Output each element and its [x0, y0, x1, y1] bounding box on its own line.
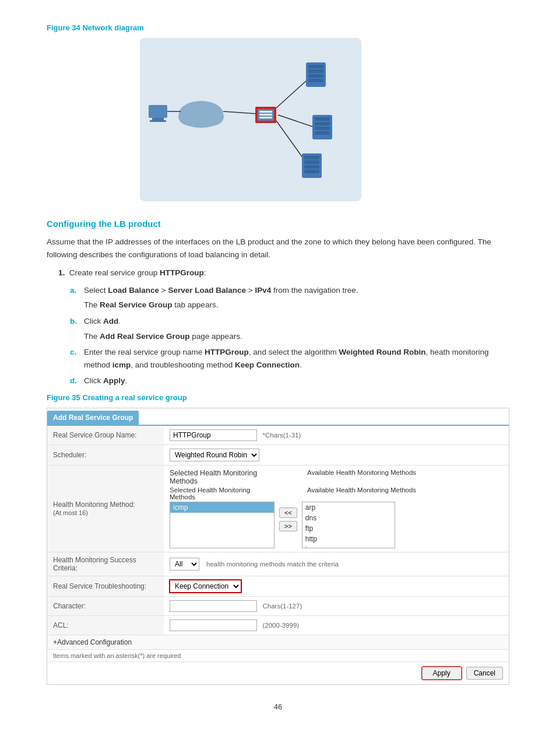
svg-rect-0 — [149, 105, 167, 118]
selected-methods-list[interactable]: icmp — [170, 502, 275, 548]
health-monitoring-label: Health Monitoring Method: (At most 16) — [47, 465, 164, 552]
step1c-letter: c. — [70, 346, 80, 371]
character-input[interactable] — [170, 600, 257, 612]
success-criteria-hint: health monitoring methods match the crit… — [206, 561, 339, 568]
selected-methods-col-header: Selected Health Monitoring Methods — [170, 487, 275, 501]
form-table: Real Service Group Name: *Chars(1-31) Sc… — [47, 426, 509, 635]
svg-rect-21 — [308, 79, 323, 82]
svg-rect-1 — [152, 118, 164, 120]
troubleshooting-select[interactable]: Keep Connection None — [170, 580, 241, 593]
group-name-label: Real Service Group Name: — [47, 426, 164, 445]
group-name-input[interactable] — [170, 429, 257, 441]
svg-rect-25 — [315, 127, 330, 130]
step1a: a. Select Load Balance > Server Load Bal… — [70, 284, 509, 312]
troubleshooting-label: Real Service Troubleshooting: — [47, 576, 164, 596]
step1a-text: Select Load Balance > Server Load Balanc… — [84, 284, 358, 312]
acl-value-cell: (2000-3999) — [164, 615, 509, 635]
required-note: Items marked with an asterisk(*) are req… — [47, 649, 509, 662]
step1: 1. Create real service group HTTPGroup: … — [58, 267, 509, 387]
transfer-left-button[interactable]: << — [279, 508, 297, 518]
figure34-title: Figure 34 Network diagram — [47, 23, 509, 32]
health-monitoring-lists: icmp << >> arp dns ftp http — [170, 502, 503, 548]
svg-rect-23 — [315, 117, 330, 121]
step1b-letter: b. — [70, 315, 80, 342]
step1d-text: Click Apply. — [84, 374, 127, 387]
network-diagram — [140, 38, 361, 201]
add-real-service-group-form: Add Real Service Group Real Service Grou… — [47, 408, 509, 685]
health-monitoring-headers: Selected Health Monitoring Methods Avail… — [170, 469, 503, 485]
figure35-title: Figure 35 Creating a real service group — [47, 393, 509, 402]
transfer-buttons: << >> — [279, 502, 297, 531]
step1-group-name: HTTPGroup — [160, 268, 204, 277]
svg-rect-26 — [315, 131, 330, 135]
svg-point-6 — [182, 111, 220, 128]
success-criteria-row: Health Monitoring Success Criteria: All … — [47, 552, 509, 576]
character-hint: Chars(1-127) — [262, 603, 302, 610]
form-header-button[interactable]: Add Real Service Group — [47, 411, 139, 425]
cancel-button[interactable]: Cancel — [466, 667, 503, 680]
scheduler-label: Scheduler: — [47, 444, 164, 465]
step1-item: 1. Create real service group HTTPGroup: — [58, 267, 509, 279]
scheduler-value-cell: Weighted Round Robin Round Robin Least C… — [164, 444, 509, 465]
scheduler-select[interactable]: Weighted Round Robin Round Robin Least C… — [170, 449, 259, 461]
form-buttons: Apply Cancel — [47, 662, 509, 684]
svg-rect-24 — [315, 122, 330, 125]
health-monitoring-value-cell: Selected Health Monitoring Methods Avail… — [164, 465, 509, 552]
svg-rect-30 — [304, 165, 319, 169]
svg-rect-11 — [259, 111, 272, 113]
step1c: c. Enter the real service group name HTT… — [70, 346, 509, 371]
svg-rect-19 — [308, 69, 323, 73]
svg-rect-18 — [308, 65, 323, 68]
advanced-config[interactable]: +Advanced Configuration — [47, 635, 509, 649]
step1b: b. Click Add. The Add Real Service Group… — [70, 315, 509, 342]
available-method-ftp[interactable]: ftp — [302, 523, 395, 534]
success-criteria-label: Health Monitoring Success Criteria: — [47, 552, 164, 576]
troubleshooting-row: Real Service Troubleshooting: Keep Conne… — [47, 576, 509, 596]
step1a-letter: a. — [70, 284, 80, 312]
selected-method-icmp[interactable]: icmp — [170, 502, 274, 513]
group-name-hint: *Chars(1-31) — [262, 432, 301, 439]
group-name-value-cell: *Chars(1-31) — [164, 426, 509, 445]
success-criteria-select[interactable]: All Any — [170, 558, 199, 570]
transfer-right-button[interactable]: >> — [279, 521, 297, 531]
available-method-dns[interactable]: dns — [302, 513, 395, 523]
svg-rect-31 — [304, 170, 319, 173]
svg-rect-29 — [304, 160, 319, 164]
acl-input[interactable] — [170, 620, 257, 631]
troubleshooting-value-cell: Keep Connection None — [164, 576, 509, 596]
acl-label: ACL: — [47, 615, 164, 635]
apply-button[interactable]: Apply — [422, 667, 462, 680]
available-methods-list[interactable]: arp dns ftp http imap pop3 — [302, 502, 395, 548]
advanced-config-label: +Advanced Configuration — [53, 638, 132, 646]
group-name-row: Real Service Group Name: *Chars(1-31) — [47, 426, 509, 445]
available-methods-col: arp dns ftp http imap pop3 — [302, 502, 395, 548]
health-monitoring-row: Health Monitoring Method: (At most 16) S… — [47, 465, 509, 552]
acl-hint: (2000-3999) — [262, 622, 299, 629]
svg-line-15 — [278, 115, 318, 128]
available-method-imap[interactable]: imap — [302, 544, 395, 548]
svg-rect-13 — [259, 117, 272, 118]
step1d: d. Click Apply. — [70, 374, 509, 387]
available-methods-header: Available Health Monitoring Methods — [307, 469, 416, 485]
step1-substeps: a. Select Load Balance > Server Load Bal… — [70, 284, 509, 387]
step1-label: 1. Create real service group HTTPGroup: — [58, 268, 206, 277]
selected-methods-header: Selected Health Monitoring Methods — [170, 469, 275, 485]
step1b-text: Click Add. The Add Real Service Group pa… — [84, 315, 242, 342]
available-methods-col-header: Available Health Monitoring Methods — [307, 487, 416, 501]
available-method-http[interactable]: http — [302, 534, 395, 544]
svg-rect-12 — [259, 114, 272, 116]
svg-rect-2 — [150, 120, 166, 122]
available-method-arp[interactable]: arp — [302, 502, 395, 513]
scheduler-row: Scheduler: Weighted Round Robin Round Ro… — [47, 444, 509, 465]
svg-line-8 — [223, 111, 256, 114]
section-title: Configuring the LB product — [47, 219, 509, 229]
svg-rect-20 — [308, 74, 323, 78]
body-text: Assume that the IP addresses of the inte… — [47, 236, 509, 261]
character-value-cell: Chars(1-127) — [164, 596, 509, 615]
step1c-text: Enter the real service group name HTTPGr… — [84, 346, 509, 371]
character-row: Character: Chars(1-127) — [47, 596, 509, 615]
character-label: Character: — [47, 596, 164, 615]
svg-rect-28 — [304, 156, 319, 159]
acl-row: ACL: (2000-3999) — [47, 615, 509, 635]
success-criteria-value-cell: All Any health monitoring methods match … — [164, 552, 509, 576]
